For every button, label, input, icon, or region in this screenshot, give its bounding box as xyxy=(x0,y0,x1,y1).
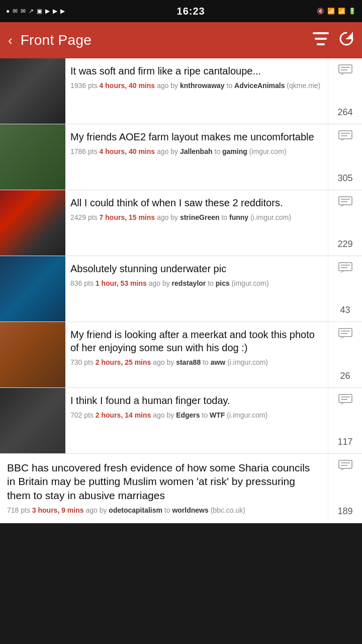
thumb-image xyxy=(0,58,65,124)
username: odetocapitalism xyxy=(109,506,162,514)
item-content: I think I found a human finger today. 70… xyxy=(65,388,328,453)
filter-button[interactable] xyxy=(313,32,329,49)
signal-icon: 📶 xyxy=(338,8,345,15)
svg-rect-2 xyxy=(317,43,325,45)
app-bar-actions xyxy=(313,31,354,50)
meta-to: to xyxy=(214,147,222,155)
list-item[interactable]: It was soft and firm like a ripe cantalo… xyxy=(0,58,362,124)
subreddit: pics xyxy=(216,279,230,287)
item-title: I think I found a human finger today. xyxy=(70,394,323,407)
comment-icon[interactable] xyxy=(338,394,352,405)
item-actions: 189 xyxy=(328,454,362,523)
list-item[interactable]: I think I found a human finger today. 70… xyxy=(0,388,362,454)
comment-count: 117 xyxy=(337,437,352,447)
app-title: Front Page xyxy=(21,32,307,48)
svg-rect-1 xyxy=(315,38,327,40)
back-button[interactable]: ‹ xyxy=(8,33,13,48)
meta-to: to xyxy=(202,411,210,419)
item-content: BBC has uncovered fresh evidence of how … xyxy=(0,454,328,523)
item-title: My friend is looking after a meerkat and… xyxy=(70,328,323,354)
source: (i.imgur.com) xyxy=(250,213,291,221)
username: knthrowaway xyxy=(180,82,225,90)
item-meta: 730 pts 2 hours, 25 mins ago by stara88 … xyxy=(70,357,323,368)
thumb-image xyxy=(0,190,65,256)
time-ago: 2 hours, 25 mins xyxy=(96,358,151,366)
comment-icon[interactable] xyxy=(338,262,352,273)
meta-to: to xyxy=(208,279,216,287)
points: 702 pts xyxy=(70,411,94,419)
item-content: Absolutely stunning underwater pic 836 p… xyxy=(65,256,328,321)
source: (i.imgur.com) xyxy=(227,411,267,419)
thumb-image xyxy=(0,322,65,387)
image-icon: ▣ xyxy=(37,8,42,15)
meta-by: ago by xyxy=(153,411,176,419)
item-content: All I could think of when I saw these 2 … xyxy=(65,190,328,256)
meta-by: ago by xyxy=(85,506,109,514)
mute-icon: 🔇 xyxy=(317,8,324,15)
svg-rect-9 xyxy=(339,197,352,205)
points: 836 pts xyxy=(70,279,94,287)
comment-icon[interactable] xyxy=(338,196,352,207)
time-ago: 4 hours, 40 mins xyxy=(100,82,155,90)
item-actions: 229 xyxy=(328,190,362,256)
item-actions: 264 xyxy=(328,58,362,124)
item-title: All I could think of when I saw these 2 … xyxy=(70,196,323,209)
source: (bbc.co.uk) xyxy=(211,506,245,514)
source: (i.imgur.com) xyxy=(227,358,268,366)
item-content: My friend is looking after a meerkat and… xyxy=(65,322,328,387)
comment-icon[interactable] xyxy=(338,64,352,75)
username: strineGreen xyxy=(180,213,220,221)
whatsapp-icon: ● xyxy=(6,8,10,15)
time-ago: 7 hours, 15 mins xyxy=(100,213,155,221)
points: 1936 pts xyxy=(70,82,98,90)
item-actions: 43 xyxy=(328,256,362,321)
source: (imgur.com) xyxy=(249,147,287,155)
email-icon: ✉ xyxy=(13,8,18,15)
meta-to: to xyxy=(227,82,235,90)
list-item[interactable]: All I could think of when I saw these 2 … xyxy=(0,190,362,256)
play-icon: ▶ xyxy=(45,8,50,15)
list-item[interactable]: BBC has uncovered fresh evidence of how … xyxy=(0,454,362,523)
thumbnail xyxy=(0,190,65,256)
meta-by: ago by xyxy=(157,213,180,221)
subreddit: funny xyxy=(229,213,248,221)
comment-icon[interactable] xyxy=(338,328,352,339)
meta-by: ago by xyxy=(149,279,172,287)
item-title: It was soft and firm like a ripe cantalo… xyxy=(70,64,323,77)
list-item[interactable]: My friend is looking after a meerkat and… xyxy=(0,322,362,388)
svg-rect-15 xyxy=(339,329,352,337)
thumbnail xyxy=(0,124,65,190)
item-title: My friends AOE2 farm layout makes me unc… xyxy=(70,130,323,143)
item-meta: 1786 pts 4 hours, 40 mins ago by Jallenb… xyxy=(70,146,323,157)
item-meta: 836 pts 1 hour, 53 mins ago by redstaylo… xyxy=(70,278,323,289)
subreddit: AdviceAnimals xyxy=(234,82,285,90)
thumb-image xyxy=(0,388,65,453)
comment-icon[interactable] xyxy=(338,460,352,471)
item-actions: 117 xyxy=(328,388,362,453)
item-content: It was soft and firm like a ripe cantalo… xyxy=(65,58,328,124)
time-ago: 2 hours, 14 mins xyxy=(96,411,151,419)
item-actions: 305 xyxy=(328,124,362,190)
comment-icon[interactable] xyxy=(338,130,352,141)
points: 1786 pts xyxy=(70,147,98,155)
play3-icon: ▶ xyxy=(60,8,65,15)
list-item[interactable]: My friends AOE2 farm layout makes me unc… xyxy=(0,124,362,190)
list-item[interactable]: Absolutely stunning underwater pic 836 p… xyxy=(0,256,362,322)
svg-rect-3 xyxy=(339,65,352,73)
comment-count: 264 xyxy=(337,107,352,118)
battery-icon: 🔋 xyxy=(348,8,356,15)
time-ago: 1 hour, 53 mins xyxy=(96,279,147,287)
meta-by: ago by xyxy=(157,82,180,90)
refresh-button[interactable] xyxy=(339,31,354,50)
item-content: My friends AOE2 farm layout makes me unc… xyxy=(65,124,328,190)
status-time: 16:23 xyxy=(177,6,205,17)
meta-to: to xyxy=(203,358,211,366)
source: (qkme.me) xyxy=(287,82,320,90)
time-ago: 4 hours, 40 mins xyxy=(100,147,155,155)
meta-by: ago by xyxy=(153,358,176,366)
item-title: BBC has uncovered fresh evidence of how … xyxy=(7,461,321,502)
time-ago: 3 hours, 9 mins xyxy=(32,506,84,514)
meta-to: to xyxy=(164,506,172,514)
status-icons: ● ✉ ✉ ↗ ▣ ▶ ▶ ▶ xyxy=(6,8,65,15)
points: 2429 pts xyxy=(70,213,98,221)
